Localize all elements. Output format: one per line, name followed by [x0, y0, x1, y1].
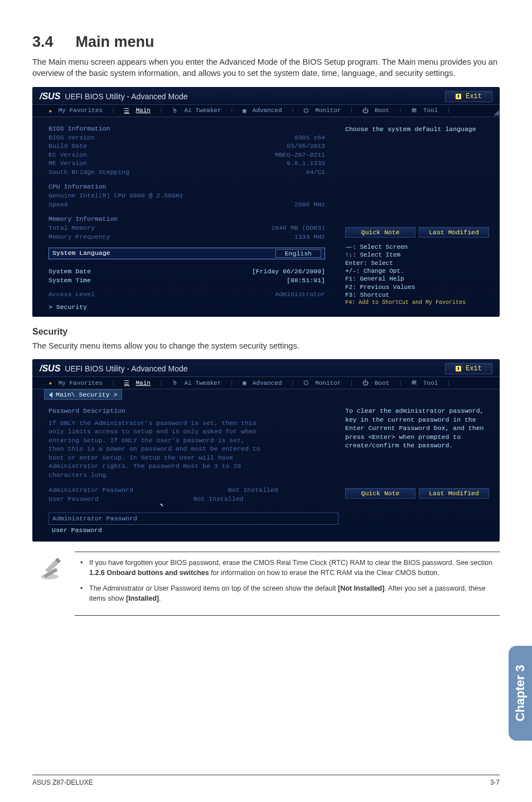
menu-advanced[interactable]: ▣ Advanced	[238, 379, 286, 386]
cpu-information-heading: CPU Information	[49, 183, 338, 190]
memory-freq-value: 1333 MHz	[294, 233, 325, 241]
last-modified-button[interactable]: Last Modified	[419, 488, 489, 499]
system-language-value[interactable]: English	[275, 249, 321, 258]
back-arrow-icon	[49, 392, 52, 398]
chip-icon: ▣	[240, 379, 249, 386]
star-icon: ★	[46, 107, 55, 114]
admin-password-label: Administrator Password	[49, 486, 133, 495]
chip-icon: ▣	[240, 107, 249, 114]
breadcrumb[interactable]: Main\ Security >	[44, 389, 122, 400]
menu-my-favorites[interactable]: ★My Favorites	[44, 107, 107, 114]
quick-note-button[interactable]: Quick Note	[345, 227, 415, 238]
bios-information-heading: BIOS Information	[49, 125, 338, 132]
section-heading: 3.4 Main menu	[32, 33, 500, 51]
south-bridge-label: South Bridge Stepping	[49, 168, 129, 177]
asus-logo: /SUS	[40, 364, 60, 374]
tool-icon: 🛠	[409, 107, 419, 114]
monitor-icon: ⌬	[301, 107, 311, 114]
user-password-label: User Password	[49, 495, 99, 504]
menu-my-favorites[interactable]: ★My Favorites	[44, 379, 107, 386]
list-icon: ☰	[122, 379, 132, 386]
menu-monitor[interactable]: ⌬ Monitor	[299, 107, 345, 114]
mouse-icon: 🖱	[170, 379, 180, 386]
access-level-label: Access Level	[49, 290, 95, 299]
password-description-body: If ONLY the Administrator's password is …	[49, 419, 260, 480]
cpu-speed-label: Speed	[49, 200, 68, 209]
ec-version-label: EC Version	[49, 151, 87, 160]
system-language-label: System Language	[52, 249, 110, 258]
me-version-value: 9.0.1.1333	[287, 159, 325, 168]
memory-information-heading: Memory Information	[49, 215, 338, 223]
security-heading: Security	[32, 327, 500, 337]
user-password-action[interactable]: User Password	[49, 525, 338, 536]
menu-boot[interactable]: ⏻ Boot	[358, 379, 394, 386]
menu-ai-tweaker[interactable]: 🖱 Ai Tweaker	[167, 379, 225, 386]
password-description-heading: Password Description	[49, 407, 338, 416]
note-block: If you have forgotten your BIOS password…	[32, 552, 500, 616]
bios-version-label: BIOS Version	[49, 133, 95, 142]
total-memory-value: 2048 MB (DDR3)	[271, 224, 325, 233]
menu-tool[interactable]: 🛠 Tool	[407, 107, 442, 114]
system-date-value[interactable]: [Friday 06/26/2099]	[252, 267, 325, 276]
page-footer: ASUS Z87-DELUXE 3-7	[32, 775, 500, 786]
menu-ai-tweaker[interactable]: 🖱 Ai Tweaker	[167, 107, 225, 114]
section-title: Main menu	[76, 33, 154, 51]
build-date-label: Build Date	[49, 142, 87, 151]
exit-button[interactable]: Exit	[445, 91, 492, 102]
cpu-name: Genuine Intel(R) CPU 0000 @ 2.50GHz	[49, 191, 183, 200]
total-memory-label: Total Memory	[49, 224, 95, 233]
list-icon: ☰	[122, 107, 132, 114]
bios-title: UEFI BIOS Utility - Advanced Mode	[65, 92, 187, 101]
me-version-label: ME Version	[49, 159, 87, 168]
power-icon	[456, 366, 461, 371]
note-icon	[32, 552, 67, 584]
footer-product: ASUS Z87-DELUXE	[32, 779, 93, 786]
cpu-speed-value: 2500 MHz	[294, 200, 325, 209]
monitor-icon: ⌬	[301, 379, 311, 386]
mouse-icon: 🖱	[170, 107, 180, 114]
bios-menu-bar: ★My Favorites| ☰ Main| 🖱 Ai Tweaker| ▣ A…	[33, 104, 499, 117]
menu-main[interactable]: ☰ Main	[119, 379, 154, 386]
corner-handle	[494, 110, 499, 115]
boot-icon: ⏻	[360, 107, 371, 114]
memory-freq-label: Memory Frequency	[49, 233, 110, 241]
exit-button[interactable]: Exit	[445, 363, 492, 374]
south-bridge-value: 04/C1	[306, 168, 325, 177]
help-text: Choose the system default language	[345, 125, 489, 134]
intro-paragraph: The Main menu screen appears when you en…	[32, 56, 500, 79]
tool-icon: 🛠	[409, 379, 419, 386]
system-time-label: System Time	[49, 276, 91, 285]
asus-logo: /SUS	[40, 91, 60, 102]
bios-version-value: 0301 x64	[294, 133, 325, 142]
system-language-row[interactable]: System Language English	[49, 248, 325, 259]
boot-icon: ⏻	[360, 379, 371, 386]
menu-monitor[interactable]: ⌬ Monitor	[299, 379, 345, 386]
section-number: 3.4	[32, 33, 54, 51]
security-help-text: To clear the administrator password, key…	[345, 407, 489, 450]
security-intro: The Security menu items allow you to cha…	[32, 340, 500, 351]
bios-security-screenshot: /SUS UEFI BIOS Utility - Advanced Mode E…	[32, 359, 500, 542]
last-modified-button[interactable]: Last Modified	[419, 227, 489, 238]
cursor-icon: ↖	[160, 501, 338, 509]
build-date-value: 03/06/2013	[287, 142, 325, 151]
security-submenu[interactable]: Security	[49, 303, 338, 311]
note-item-2: The Administrator or User Password items…	[75, 583, 500, 603]
menu-boot[interactable]: ⏻ Boot	[358, 107, 394, 114]
ec-version-value: MBEO-Z87-0211	[275, 151, 325, 160]
menu-advanced[interactable]: ▣ Advanced	[238, 107, 286, 114]
bios-main-screenshot: /SUS UEFI BIOS Utility - Advanced Mode E…	[32, 87, 500, 317]
admin-password-value: Not Installed	[228, 486, 278, 495]
admin-password-action[interactable]: Administrator Password	[49, 513, 338, 525]
chapter-tab: Chapter 3	[509, 646, 532, 741]
menu-main[interactable]: ☰ Main	[119, 107, 154, 114]
key-help: →←: Select Screen ↑↓: Select Item Enter:…	[345, 243, 489, 306]
bios-title: UEFI BIOS Utility - Advanced Mode	[65, 364, 187, 373]
menu-tool[interactable]: 🛠 Tool	[407, 379, 442, 386]
footer-page-number: 3-7	[490, 779, 500, 786]
star-icon: ★	[46, 379, 55, 386]
system-date-label: System Date	[49, 267, 91, 276]
note-item-1: If you have forgotten your BIOS password…	[75, 558, 500, 578]
power-icon	[456, 94, 461, 99]
quick-note-button[interactable]: Quick Note	[345, 488, 415, 499]
system-time-value[interactable]: [08:51:01]	[287, 276, 325, 285]
